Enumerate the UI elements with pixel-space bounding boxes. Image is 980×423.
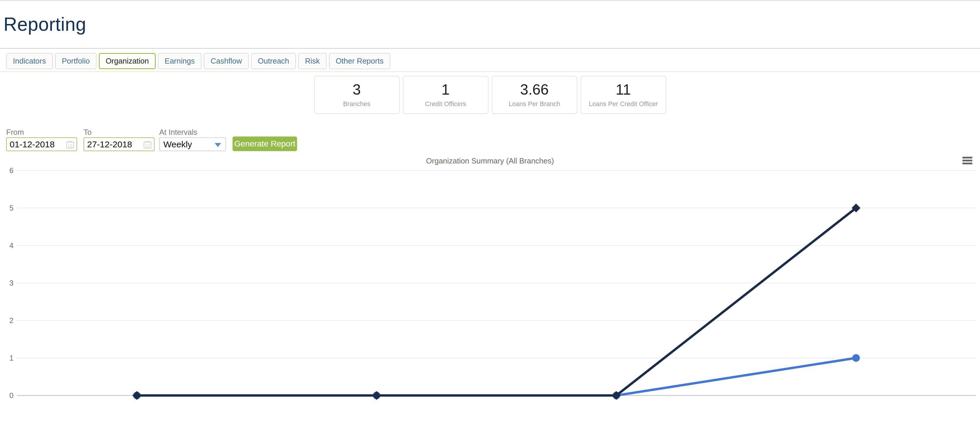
stat-label: Branches xyxy=(343,100,371,108)
stat-label: Loans Per Branch xyxy=(509,100,560,108)
organization-summary-chart: Organization Summary (All Branches) 0123… xyxy=(0,151,980,422)
y-axis-tick-label: 6 xyxy=(10,166,13,174)
to-label: To xyxy=(84,128,154,136)
navy-series-line xyxy=(137,208,856,396)
stat-value: 3.66 xyxy=(520,82,549,98)
stat-card-credit-officers: 1 Credit Officers xyxy=(403,76,488,114)
tab-other-reports[interactable]: Other Reports xyxy=(329,53,390,69)
from-label: From xyxy=(6,128,77,136)
tab-risk[interactable]: Risk xyxy=(298,53,327,69)
tab-organization[interactable]: Organization xyxy=(99,53,156,69)
intervals-select[interactable]: Weekly xyxy=(159,137,226,151)
chevron-down-icon xyxy=(215,143,221,147)
tab-cashflow[interactable]: Cashflow xyxy=(204,53,249,69)
stat-label: Credit Officers xyxy=(425,100,466,108)
y-axis-tick-label: 0 xyxy=(10,391,13,399)
stat-value: 11 xyxy=(616,82,631,98)
summary-stats: 3 Branches 1 Credit Officers 3.66 Loans … xyxy=(0,76,980,114)
stat-value: 1 xyxy=(442,82,450,98)
report-filter-form: From To xyxy=(0,128,980,151)
intervals-selected-value: Weekly xyxy=(163,139,192,149)
blue-series-line xyxy=(137,358,856,396)
to-date-box xyxy=(84,137,154,151)
chart-plot: 0123456 xyxy=(0,151,980,422)
stat-value: 3 xyxy=(353,82,361,98)
intervals-label: At Intervals xyxy=(159,128,226,136)
stat-card-loans-per-branch: 3.66 Loans Per Branch xyxy=(492,76,578,114)
from-date-box xyxy=(6,137,77,151)
y-axis-tick-label: 4 xyxy=(10,241,13,250)
y-axis-tick-label: 5 xyxy=(10,204,13,212)
stat-card-loans-per-credit-officer: 11 Loans Per Credit Officer xyxy=(581,76,666,114)
stat-label: Loans Per Credit Officer xyxy=(589,100,658,108)
calendar-icon[interactable] xyxy=(143,140,152,149)
navy-series-point[interactable] xyxy=(372,391,381,400)
tab-earnings[interactable]: Earnings xyxy=(158,53,202,69)
report-tabs: Indicators Portfolio Organization Earnin… xyxy=(0,49,980,72)
tab-portfolio[interactable]: Portfolio xyxy=(55,53,97,69)
y-axis-tick-label: 3 xyxy=(10,279,13,287)
blue-series-point[interactable] xyxy=(852,354,860,362)
y-axis-tick-label: 2 xyxy=(10,316,13,325)
page-title: Reporting xyxy=(3,13,86,35)
y-axis-tick-label: 1 xyxy=(10,354,13,362)
tab-outreach[interactable]: Outreach xyxy=(251,53,296,69)
calendar-icon[interactable] xyxy=(65,140,75,149)
page-header: Reporting xyxy=(0,1,980,49)
generate-report-button[interactable]: Generate Report xyxy=(232,136,297,151)
tab-indicators[interactable]: Indicators xyxy=(6,53,53,69)
navy-series-point[interactable] xyxy=(132,391,142,400)
stat-card-branches: 3 Branches xyxy=(314,76,400,114)
